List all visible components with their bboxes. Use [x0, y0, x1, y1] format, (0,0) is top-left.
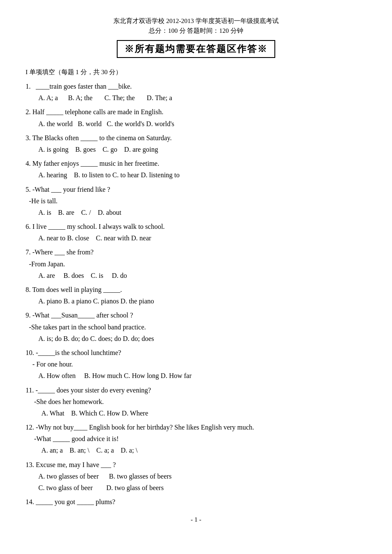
q9-options: A. is; do B. do; do C. does; do D. do; d… [38, 333, 366, 344]
q10-options: A. How often B. How much C. How long D. … [38, 370, 366, 381]
q13-options: A. two glasses of beer B. two glasses of… [38, 470, 366, 493]
q10-sub: - For one hour. [26, 361, 73, 368]
q8-text: 8. Tom does well in playing _____. [26, 286, 122, 293]
q6-options: A. near to B. close C. near with D. near [38, 232, 366, 244]
q9-sub: -She takes part in the school band pract… [26, 323, 146, 331]
q5-options: A. is B. are C. / D. about [38, 207, 366, 218]
q1-num: 1. [26, 83, 34, 90]
q10-text: 10. -_____is the school lunchtime? [26, 349, 121, 356]
q7-options: A. are B. does C. is D. do [38, 270, 366, 281]
question-3: 3. The Blacks often _____ to the cinema … [26, 132, 366, 155]
section1-title: I 单项填空（每题 1 分，共 30 分） [26, 68, 366, 76]
q12-sub: -What _____ good advice it is! [26, 435, 119, 442]
q12-text: 12. -Why not buy____ English book for he… [26, 424, 254, 431]
question-9: 9. -What ___Susan_____ after school ? -S… [26, 309, 366, 344]
q14-text: 14. _____ you got _____ plums? [26, 498, 115, 505]
q9-text: 9. -What ___Susan_____ after school ? [26, 312, 133, 319]
q4-text: 4. My father enjoys _____ music in her f… [26, 160, 159, 167]
question-1: 1. ____train goes faster than ___bike. A… [26, 81, 366, 104]
notice-title: ※所有题均需要在答题区作答※ [117, 40, 275, 58]
question-12: 12. -Why not buy____ English book for he… [26, 421, 366, 456]
q5-text: 5. -What ___ your friend like ? [26, 186, 110, 193]
q2-options: A. the world B. world C. the world's D. … [38, 118, 366, 130]
q1-options: A. A; a B. A; the C. The; the D. The; a [38, 92, 366, 104]
question-14: 14. _____ you got _____ plums? [26, 496, 366, 508]
header: 东北育才双语学校 2012-2013 学年度英语初一年级摸底考试 总分：100 … [26, 17, 366, 65]
q7-text: 7. -Where ___ she from? [26, 248, 94, 256]
question-4: 4. My father enjoys _____ music in her f… [26, 158, 366, 181]
question-10: 10. -_____is the school lunchtime? - For… [26, 347, 366, 382]
q11-options: A. What B. Which C. How D. Where [38, 407, 366, 419]
score-time: 总分：100 分 答题时间：120 分钟 [26, 27, 366, 35]
school-name: 东北育才双语学校 2012-2013 学年度英语初一年级摸底考试 [26, 17, 366, 25]
question-6: 6. I live _____ my school. I always walk… [26, 221, 366, 244]
q4-options: A. hearing B. to listen to C. to hear D.… [38, 169, 366, 181]
q3-options: A. is going B. goes C. go D. are going [38, 144, 366, 155]
q1-text: ____train goes faster than ___bike. [36, 83, 132, 90]
q12-options: A. an; a B. an; \ C. a; a D. a; \ [38, 444, 366, 456]
q11-sub: -She does her homework. [26, 398, 104, 405]
q7-sub: -From Japan. [26, 260, 65, 268]
question-2: 2. Half _____ telephone calls are made i… [26, 106, 366, 129]
question-7: 7. -Where ___ she from? -From Japan. A. … [26, 246, 366, 281]
question-5: 5. -What ___ your friend like ? -He is t… [26, 184, 366, 219]
q5-sub: -He is tall. [26, 197, 58, 205]
question-11: 11. -_____ does your sister do every eve… [26, 384, 366, 419]
question-8: 8. Tom does well in playing _____. A. pi… [26, 284, 366, 307]
q11-text: 11. -_____ does your sister do every eve… [26, 387, 151, 394]
page-number: - 1 - [26, 516, 366, 523]
q2-num: 2. Half _____ telephone calls are made i… [26, 108, 163, 115]
q8-options: A. piano B. a piano C. pianos D. the pia… [38, 295, 366, 307]
q3-num: 3. The Blacks often _____ to the cinema … [26, 134, 172, 141]
q6-text: 6. I live _____ my school. I always walk… [26, 223, 165, 230]
question-13: 13. Excuse me, may I have ___ ? A. two g… [26, 459, 366, 494]
q13-text: 13. Excuse me, may I have ___ ? [26, 461, 116, 468]
